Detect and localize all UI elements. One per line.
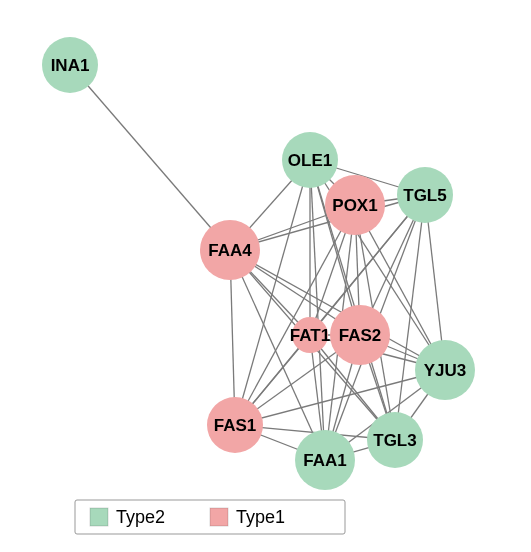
node-fat1[interactable]: FAT1 (290, 317, 330, 353)
network-graph: INA1OLE1TGL5POX1FAA4FAT1FAS2YJU3FAS1TGL3… (0, 0, 531, 552)
node-circle[interactable] (282, 132, 338, 188)
legend-swatch-type1 (210, 508, 228, 526)
legend: Type2 Type1 (75, 500, 345, 534)
node-circle[interactable] (367, 412, 423, 468)
node-circle[interactable] (325, 175, 385, 235)
node-faa4[interactable]: FAA4 (200, 220, 260, 280)
node-ole1[interactable]: OLE1 (282, 132, 338, 188)
node-circle[interactable] (295, 430, 355, 490)
legend-swatch-type2 (90, 508, 108, 526)
node-circle[interactable] (330, 305, 390, 365)
nodes-layer: INA1OLE1TGL5POX1FAA4FAT1FAS2YJU3FAS1TGL3… (42, 37, 475, 490)
node-circle[interactable] (397, 167, 453, 223)
edge (235, 160, 310, 425)
node-fas1[interactable]: FAS1 (207, 397, 263, 453)
node-circle[interactable] (42, 37, 98, 93)
node-fas2[interactable]: FAS2 (330, 305, 390, 365)
node-circle[interactable] (415, 340, 475, 400)
node-faa1[interactable]: FAA1 (295, 430, 355, 490)
node-tgl5[interactable]: TGL5 (397, 167, 453, 223)
node-circle[interactable] (200, 220, 260, 280)
legend-label-type1: Type1 (236, 507, 285, 527)
node-circle[interactable] (292, 317, 328, 353)
legend-label-type2: Type2 (116, 507, 165, 527)
node-pox1[interactable]: POX1 (325, 175, 385, 235)
node-tgl3[interactable]: TGL3 (367, 412, 423, 468)
node-ina1[interactable]: INA1 (42, 37, 98, 93)
node-yju3[interactable]: YJU3 (415, 340, 475, 400)
edge (235, 370, 445, 425)
node-circle[interactable] (207, 397, 263, 453)
edge (70, 65, 230, 250)
